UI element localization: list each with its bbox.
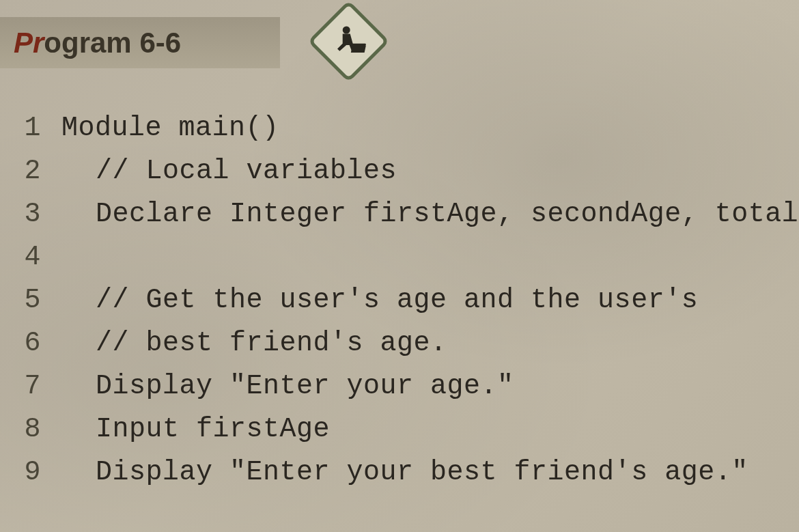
code-line: 2 // Local variables — [14, 156, 799, 186]
code-text: Display "Enter your best friend's age." — [61, 457, 748, 488]
line-number: 1 — [14, 113, 61, 143]
line-number: 7 — [14, 371, 61, 402]
code-line: 3 Declare Integer firstAge, secondAge, t… — [14, 199, 799, 229]
title-accent: Pr — [14, 27, 44, 59]
line-number: 4 — [14, 242, 61, 272]
code-listing: 1 Module main() 2 // Local variables 3 D… — [14, 113, 799, 500]
hands-on-keyboard-icon — [330, 23, 367, 60]
code-line: 7 Display "Enter your age." — [14, 371, 799, 402]
code-text: // best friend's age. — [61, 328, 447, 359]
code-line: 8 Input firstAge — [14, 414, 799, 445]
title-rest: ogram 6-6 — [44, 27, 181, 59]
code-line: 6 // best friend's age. — [14, 328, 799, 359]
program-title: Program 6-6 — [14, 27, 181, 59]
code-line: 1 Module main() — [14, 113, 799, 143]
code-text: // Get the user's age and the user's — [61, 285, 698, 316]
svg-point-0 — [342, 26, 350, 33]
code-line: 5 // Get the user's age and the user's — [14, 285, 799, 316]
line-number: 5 — [14, 285, 61, 316]
line-number: 6 — [14, 328, 61, 359]
code-text: Declare Integer firstAge, secondAge, tot… — [61, 199, 798, 229]
line-number: 8 — [14, 414, 61, 445]
code-line: 9 Display "Enter your best friend's age.… — [14, 457, 799, 488]
line-number: 3 — [14, 199, 61, 229]
code-text: Module main() — [61, 113, 279, 143]
line-number: 9 — [14, 457, 61, 488]
code-text: Input firstAge — [61, 414, 330, 445]
code-text: // Local variables — [61, 156, 397, 186]
line-number: 2 — [14, 156, 61, 186]
code-line: 4 — [14, 242, 799, 272]
hands-on-badge — [307, 0, 389, 82]
program-header: Program 6-6 — [0, 17, 280, 68]
diamond-frame — [307, 0, 389, 82]
code-text: Display "Enter your age." — [61, 371, 514, 402]
